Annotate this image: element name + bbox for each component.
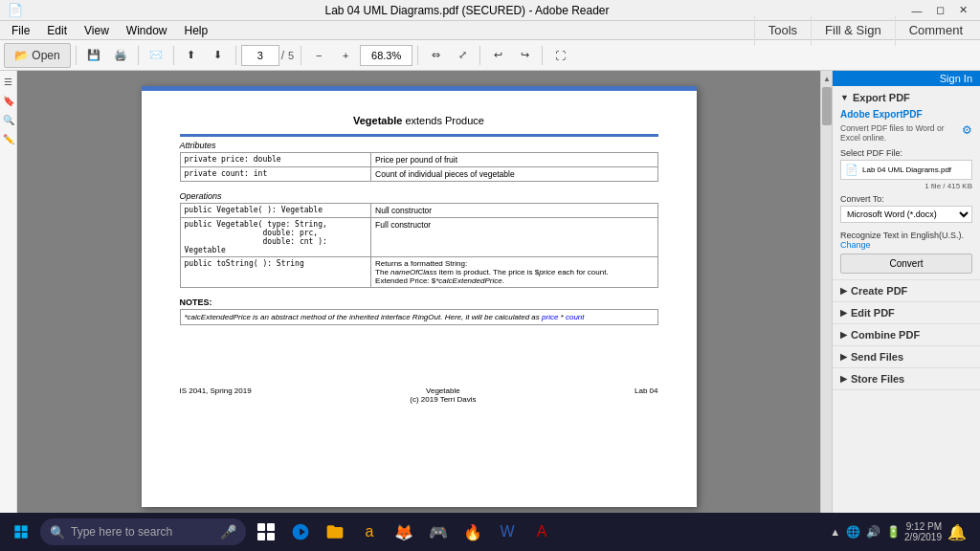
export-pdf-arrow: ▼ bbox=[840, 93, 849, 102]
sign-in-bar[interactable]: Sign In bbox=[833, 71, 980, 86]
svg-rect-2 bbox=[14, 533, 20, 539]
steam-app[interactable]: 🎮 bbox=[422, 516, 455, 548]
system-tray: ▲ 🌐 🔊 🔋 9:12 PM 2/9/2019 🔔 bbox=[830, 520, 976, 543]
recognize-label: Recognize Text in English(U.S.). bbox=[840, 231, 964, 240]
search-input[interactable] bbox=[71, 525, 214, 539]
sidebar-tool-2[interactable]: 🔖 bbox=[2, 94, 15, 107]
sidebar-tool-3[interactable]: 🔍 bbox=[2, 113, 15, 126]
sidebar-tool-4[interactable]: ✏️ bbox=[2, 132, 15, 145]
volume-icon[interactable]: 🔊 bbox=[866, 525, 880, 539]
task-view-icon bbox=[256, 522, 276, 541]
undo-button[interactable]: ↩ bbox=[485, 43, 510, 68]
amazon-icon: a bbox=[366, 523, 374, 540]
select-pdf-label: Select PDF File: bbox=[840, 148, 972, 158]
edit-pdf-arrow: ▶ bbox=[840, 308, 847, 318]
gear-icon[interactable]: ⚙ bbox=[962, 123, 972, 137]
separator bbox=[173, 46, 174, 65]
fill-sign-tab[interactable]: Fill & Sign bbox=[811, 15, 895, 46]
zoom-input[interactable] bbox=[360, 45, 412, 66]
title-divider bbox=[180, 134, 658, 137]
send-files-section[interactable]: ▶ Send Files bbox=[833, 346, 980, 368]
print-button[interactable]: 🖨️ bbox=[108, 43, 133, 68]
tools-tab[interactable]: Tools bbox=[754, 15, 811, 46]
convert-button[interactable]: Convert bbox=[840, 253, 972, 274]
task-view-button[interactable] bbox=[250, 516, 282, 548]
fullscreen-button[interactable]: ⛶ bbox=[547, 43, 572, 68]
recognize-text: Recognize Text in English(U.S.). Change bbox=[840, 231, 972, 250]
create-pdf-label: Create PDF bbox=[851, 285, 907, 297]
expand-tray-button[interactable]: ▲ bbox=[830, 526, 840, 538]
network-icon: 🌐 bbox=[846, 525, 860, 539]
taskbar-search-bar[interactable]: 🔍 🎤 bbox=[40, 518, 246, 545]
operations-label: Operations bbox=[180, 191, 658, 201]
svg-rect-3 bbox=[22, 533, 28, 539]
prev-view-button[interactable]: ⬆ bbox=[179, 43, 204, 68]
amazon-app[interactable]: a bbox=[353, 516, 386, 548]
titlebar-icon: 📄 bbox=[8, 3, 23, 17]
open-button[interactable]: 📂 Open bbox=[4, 43, 71, 68]
pdf-scrollbar[interactable]: ▲ bbox=[820, 71, 832, 513]
notes-price-link: price bbox=[542, 313, 558, 321]
word-app[interactable]: W bbox=[491, 516, 523, 548]
menu-window[interactable]: Window bbox=[119, 22, 175, 39]
redo-button[interactable]: ↪ bbox=[512, 43, 537, 68]
notification-button[interactable]: 🔔 bbox=[946, 520, 969, 543]
start-button[interactable] bbox=[4, 515, 38, 549]
send-files-arrow: ▶ bbox=[840, 352, 847, 362]
separator bbox=[76, 46, 77, 65]
next-view-button[interactable]: ⬇ bbox=[206, 43, 231, 68]
export-pdf-header[interactable]: ▼ Export PDF bbox=[840, 92, 972, 103]
scroll-up-button[interactable]: ▲ bbox=[821, 71, 832, 86]
notes-count-link: count bbox=[566, 313, 585, 321]
search-icon: 🔍 bbox=[50, 525, 65, 540]
microphone-icon[interactable]: 🎤 bbox=[220, 524, 236, 540]
menu-help[interactable]: Help bbox=[177, 22, 216, 39]
edit-pdf-section[interactable]: ▶ Edit PDF bbox=[833, 302, 980, 324]
zoom-in-button[interactable]: + bbox=[333, 43, 358, 68]
folder-icon bbox=[325, 522, 345, 541]
svg-rect-0 bbox=[14, 525, 20, 531]
page-total: 5 bbox=[286, 50, 296, 61]
email-button[interactable]: ✉️ bbox=[144, 43, 168, 68]
footer-left: IS 2041, Spring 2019 bbox=[180, 386, 252, 404]
fit-width-button[interactable]: ⇔ bbox=[423, 43, 448, 68]
convert-select[interactable]: Microsoft Word (*.docx) bbox=[840, 206, 972, 223]
attr-desc-1: Price per pound of fruit bbox=[371, 153, 657, 167]
svg-rect-5 bbox=[267, 523, 275, 531]
file-explorer-app[interactable] bbox=[319, 516, 351, 548]
left-sidebar: ☰ 🔖 🔍 ✏️ bbox=[0, 71, 17, 513]
pdf-footer: IS 2041, Spring 2019 Vegetable (c) 2019 … bbox=[180, 383, 658, 404]
send-files-label: Send Files bbox=[851, 351, 903, 363]
separator bbox=[138, 46, 139, 65]
attributes-label: Attributes bbox=[180, 141, 658, 150]
menu-view[interactable]: View bbox=[77, 22, 117, 39]
pdf-viewer-container: Vegetable extends Produce Attributes pri… bbox=[17, 71, 832, 513]
edge-app[interactable] bbox=[284, 516, 317, 548]
word-icon: W bbox=[500, 523, 514, 540]
app-6[interactable]: 🔥 bbox=[457, 516, 489, 548]
menu-file[interactable]: File bbox=[4, 22, 37, 39]
menu-edit[interactable]: Edit bbox=[39, 22, 75, 39]
separator bbox=[235, 46, 236, 65]
combine-pdf-section[interactable]: ▶ Combine PDF bbox=[833, 324, 980, 346]
table-row: public Vegetable( ): Vegetable Null cons… bbox=[180, 204, 657, 218]
save-button[interactable]: 💾 bbox=[81, 43, 106, 68]
scroll-thumb[interactable] bbox=[822, 87, 832, 125]
firefox-app[interactable]: 🦊 bbox=[388, 516, 420, 548]
table-row: public Vegetable( type: String, double: … bbox=[180, 218, 657, 257]
firefox-icon: 🦊 bbox=[394, 523, 413, 541]
fit-page-button[interactable]: ⤢ bbox=[450, 43, 475, 68]
edit-pdf-label: Edit PDF bbox=[851, 307, 895, 319]
comment-tab[interactable]: Comment bbox=[895, 15, 976, 46]
attr-modifier-2: private count: int bbox=[180, 167, 371, 182]
clock[interactable]: 9:12 PM 2/9/2019 bbox=[904, 521, 942, 542]
zoom-out-button[interactable]: − bbox=[306, 43, 331, 68]
create-pdf-section[interactable]: ▶ Create PDF bbox=[833, 280, 980, 302]
sidebar-tool-1[interactable]: ☰ bbox=[2, 75, 15, 88]
pdf-file-icon: 📄 bbox=[845, 164, 858, 176]
export-pdf-label: Export PDF bbox=[853, 92, 910, 103]
acrobat-app[interactable]: A bbox=[525, 516, 558, 548]
page-number-input[interactable] bbox=[241, 45, 279, 66]
store-files-section[interactable]: ▶ Store Files bbox=[833, 368, 980, 390]
change-link[interactable]: Change bbox=[840, 240, 972, 250]
